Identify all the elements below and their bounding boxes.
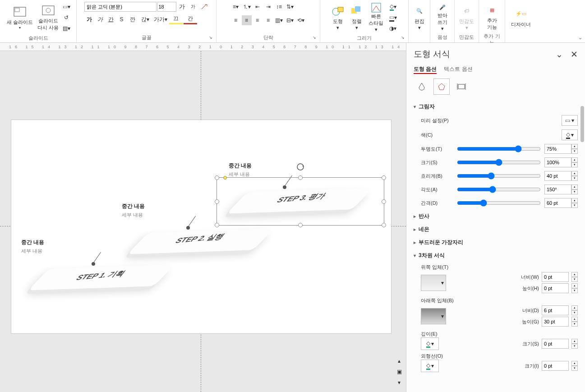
justify-button[interactable]: ≡ (263, 15, 273, 25)
edit-button[interactable]: 🔍 편집▾ (410, 2, 428, 32)
bold-button[interactable]: 가 (84, 14, 94, 24)
fill-line-icon[interactable] (414, 78, 430, 95)
handle-e[interactable] (382, 199, 386, 204)
blur-slider[interactable] (457, 172, 541, 180)
shape-outline-button[interactable]: ▭▾ (386, 13, 400, 23)
text-direction-button[interactable]: ⇅▾ (285, 2, 295, 12)
case-button[interactable]: 가가▾ (153, 14, 168, 24)
top-width-input[interactable] (542, 272, 569, 282)
bot-width-input[interactable] (542, 305, 569, 315)
align-left-button[interactable]: ≡ (231, 15, 241, 25)
blur-input[interactable] (544, 171, 571, 181)
new-slide-button[interactable]: 새 슬라이드 ▾ (5, 2, 35, 32)
bullets-button[interactable]: ≡▾ (231, 2, 241, 12)
handle-se[interactable] (382, 223, 386, 227)
spacing-button[interactable]: 갅▾ (138, 14, 152, 24)
distance-down[interactable]: ▾ (571, 203, 578, 208)
tab-text-options[interactable]: 텍스트 옵션 (444, 65, 472, 74)
clear-format-button[interactable] (199, 2, 209, 12)
align-vertical-button[interactable]: ⊟▾ (285, 15, 295, 25)
designer-button[interactable]: ⚡▭ 디자이너 (509, 2, 533, 32)
align-center-button[interactable]: ≡ (242, 15, 252, 25)
size-down[interactable]: ▾ (571, 162, 578, 167)
depth-color-combo[interactable]: ◇▾ (421, 337, 439, 350)
section-glow[interactable]: ▸네온 (414, 223, 578, 236)
handle-nw[interactable] (215, 175, 219, 180)
transparency-up[interactable]: ▴ (571, 144, 578, 149)
arrange-button[interactable]: 정렬▾ (348, 2, 366, 32)
angle-input[interactable] (544, 184, 571, 194)
addins-button[interactable]: ▦ 추가 기능 (483, 2, 501, 32)
italic-button[interactable]: 가 (95, 14, 105, 24)
ribbon-expand-button[interactable]: ⌄ (578, 35, 582, 41)
font-family-select[interactable] (84, 2, 157, 12)
next-slide-button[interactable]: ▾ (394, 378, 404, 387)
indent-inc-button[interactable]: ⇥ (263, 2, 273, 12)
bottom-bevel-combo[interactable]: ▾ (421, 308, 446, 324)
top-bevel-combo[interactable]: ▾ (421, 275, 446, 291)
preset-combo[interactable]: ▭ ▾ (562, 115, 578, 126)
panel-options-button[interactable]: ⌄ (556, 50, 563, 59)
section-shadow[interactable]: ▾그림자 (414, 100, 578, 113)
size-input[interactable] (544, 157, 571, 167)
effects-icon[interactable] (433, 78, 450, 95)
layout-button[interactable]: ▭▾ (61, 2, 71, 12)
depth-size-input[interactable] (542, 339, 569, 349)
columns-button[interactable]: ▥▾ (274, 15, 284, 25)
shadow-button[interactable]: 깐 (128, 14, 138, 24)
section-3d-format[interactable]: ▾3차원 서식 (414, 249, 578, 262)
selection-frame[interactable] (216, 177, 384, 226)
section-soft-edges[interactable]: ▸부드러운 가장자리 (414, 236, 578, 249)
section-button[interactable]: ▤▾ (61, 23, 71, 33)
distance-up[interactable]: ▴ (571, 198, 578, 203)
prev-slide-button[interactable]: ▴ (394, 356, 404, 366)
font-color-button[interactable]: 간 (184, 14, 197, 24)
handle-sw[interactable] (215, 223, 219, 227)
align-right-button[interactable]: ≡ (253, 15, 263, 25)
sensitivity-button[interactable]: 🏷 민감도▾ (457, 2, 476, 32)
panel-close-button[interactable]: ✕ (571, 50, 578, 59)
top-height-input[interactable] (542, 283, 569, 293)
line-spacing-button[interactable]: ↕≡ (274, 2, 284, 12)
distance-input[interactable] (544, 198, 571, 208)
underline-button[interactable]: 간 (106, 14, 116, 24)
smartart-button[interactable]: ⟲▾ (296, 15, 306, 25)
size-up[interactable]: ▴ (571, 157, 578, 162)
handle-ne[interactable] (382, 175, 386, 180)
shape-fill-button[interactable]: ◇▾ (386, 2, 400, 12)
distance-slider[interactable] (457, 199, 541, 207)
transparency-slider[interactable] (457, 145, 541, 152)
handle-s[interactable] (298, 223, 303, 227)
tab-shape-options[interactable]: 도형 옵션 (414, 65, 437, 74)
angle-slider[interactable] (457, 186, 541, 193)
reuse-slide-button[interactable]: 슬라이드 다시 사용 (36, 2, 60, 32)
strike-button[interactable]: S (117, 14, 127, 24)
bot-height-input[interactable] (542, 317, 569, 327)
highlight-button[interactable]: 끄 (169, 14, 183, 24)
handle-n[interactable] (298, 175, 303, 180)
font-dialog-launcher[interactable]: ↘ (209, 35, 215, 42)
shadow-color-combo[interactable]: ◇ ▾ (562, 129, 578, 140)
panel-scrollbar[interactable] (580, 106, 584, 387)
section-reflection[interactable]: ▸반사 (414, 210, 578, 223)
dictate-button[interactable]: 🎤 받아 쓰기▾ (433, 2, 451, 32)
contour-size-input[interactable] (542, 361, 569, 371)
rotation-handle[interactable] (296, 162, 305, 171)
reset-button[interactable]: ↺ (61, 13, 71, 23)
handle-w[interactable] (215, 199, 219, 204)
size-slider[interactable] (457, 159, 541, 166)
para-dialog-launcher[interactable]: ↘ (313, 35, 319, 42)
shapes-button[interactable]: 도형▾ (329, 2, 347, 32)
indent-dec-button[interactable]: ⇤ (253, 2, 263, 12)
shape-effects-button[interactable]: ◑▾ (386, 23, 400, 33)
angle-up[interactable]: ▴ (571, 184, 578, 189)
blur-up[interactable]: ▴ (571, 171, 578, 176)
fit-button[interactable]: ▣ (394, 367, 404, 377)
adjust-handle[interactable] (223, 176, 227, 180)
slide[interactable]: STEP 1. 기획 중간 내용 세부 내용 STEP 2. 실행 중간 내용 … (11, 120, 392, 334)
blur-down[interactable]: ▾ (571, 176, 578, 181)
draw-dialog-launcher[interactable]: ↘ (401, 35, 407, 42)
quick-styles-button[interactable]: 빠른 스타일▾ (367, 2, 385, 32)
angle-down[interactable]: ▾ (571, 189, 578, 194)
shrink-font-button[interactable]: 가 (188, 2, 198, 12)
